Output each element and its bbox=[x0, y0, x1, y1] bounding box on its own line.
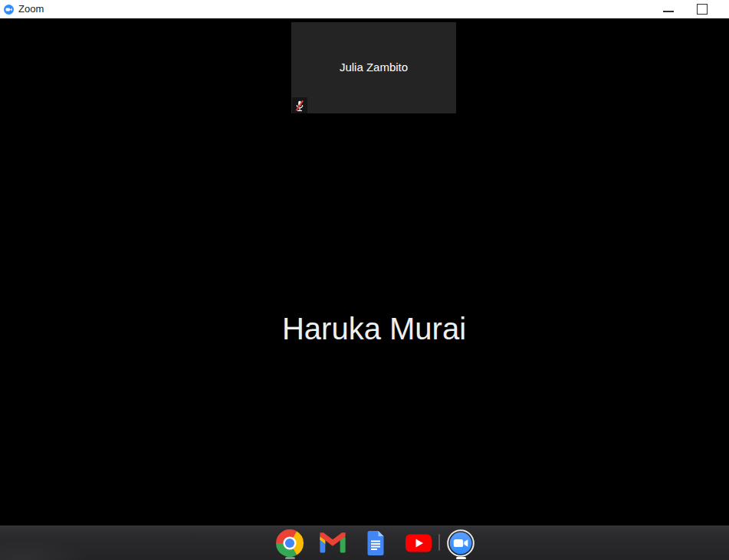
meeting-stage: Julia Zambito Haruka Murai bbox=[0, 18, 729, 526]
gmail-icon bbox=[319, 529, 346, 557]
chrome-icon bbox=[276, 529, 304, 557]
participant-video-tile[interactable]: Julia Zambito bbox=[291, 22, 456, 113]
maximize-icon bbox=[697, 4, 708, 15]
dock-separator bbox=[438, 534, 440, 551]
participant-name-label: Julia Zambito bbox=[291, 61, 456, 74]
window-title: Zoom bbox=[18, 0, 44, 18]
zoom-icon bbox=[447, 529, 475, 557]
dock-item-google-docs[interactable] bbox=[362, 529, 389, 557]
google-docs-icon bbox=[362, 529, 389, 557]
dock-item-zoom[interactable] bbox=[447, 529, 475, 557]
running-indicator-chrome bbox=[285, 557, 295, 559]
maximize-button[interactable] bbox=[692, 0, 712, 18]
dock-item-youtube[interactable] bbox=[405, 529, 432, 557]
dock bbox=[0, 526, 729, 560]
minimize-button[interactable] bbox=[658, 0, 678, 18]
running-indicator-zoom bbox=[456, 557, 466, 559]
active-speaker-name: Haruka Murai bbox=[19, 310, 729, 347]
dock-item-chrome[interactable] bbox=[276, 529, 304, 557]
desktop-screen: Zoom Julia Zambito Haruka Murai bbox=[0, 0, 729, 560]
dock-item-gmail[interactable] bbox=[319, 529, 346, 557]
youtube-icon bbox=[405, 529, 432, 557]
mute-indicator bbox=[292, 97, 307, 113]
microphone-muted-icon bbox=[294, 99, 306, 113]
zoom-logo-icon bbox=[4, 5, 14, 15]
minimize-icon bbox=[663, 11, 674, 12]
window-titlebar: Zoom bbox=[0, 0, 729, 18]
